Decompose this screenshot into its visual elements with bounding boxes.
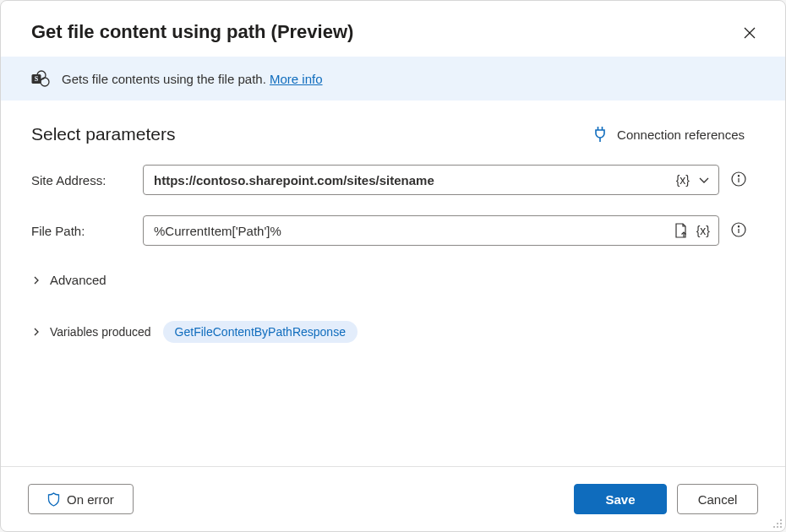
svg-point-3 [41, 78, 49, 86]
variables-produced-label[interactable]: Variables produced [50, 325, 151, 339]
more-info-link[interactable]: More info [270, 72, 323, 86]
site-address-info[interactable] [731, 171, 755, 189]
connection-references-label: Connection references [617, 128, 745, 142]
info-banner: S Gets file contents using the file path… [1, 57, 785, 100]
dropdown-button[interactable] [696, 172, 712, 187]
svg-point-16 [780, 519, 782, 521]
advanced-expander[interactable]: Advanced [31, 266, 755, 294]
dialog-content: Select parameters Connection references … [1, 100, 785, 466]
variable-chip[interactable]: GetFileContentByPathResponse [163, 321, 358, 343]
svg-point-18 [780, 523, 782, 524]
on-error-button[interactable]: On error [28, 484, 134, 514]
file-path-info[interactable] [731, 222, 755, 240]
file-picker-button[interactable] [673, 221, 690, 240]
sharepoint-icon: S [31, 70, 50, 87]
on-error-label: On error [67, 492, 114, 507]
site-address-label: Site Address: [31, 173, 131, 187]
svg-text:S: S [35, 75, 39, 83]
info-icon [731, 171, 746, 187]
chevron-right-icon[interactable] [31, 327, 41, 337]
plug-icon [593, 126, 607, 143]
cancel-button[interactable]: Cancel [677, 484, 758, 514]
file-path-input-wrapper[interactable]: {x} [143, 215, 719, 246]
file-arrow-icon [674, 223, 688, 238]
chevron-right-icon [31, 275, 41, 285]
save-button[interactable]: Save [574, 484, 667, 514]
svg-point-15 [738, 225, 739, 226]
svg-point-21 [780, 526, 782, 528]
info-icon [731, 222, 746, 237]
variable-token-button[interactable]: {x} [674, 171, 691, 188]
file-path-input[interactable] [154, 224, 668, 238]
close-button[interactable] [741, 24, 758, 41]
connection-references-link[interactable]: Connection references [593, 126, 755, 143]
shield-icon [47, 492, 60, 507]
file-path-row: File Path: {x} [31, 215, 755, 246]
site-address-input[interactable] [154, 173, 669, 187]
advanced-label: Advanced [50, 273, 106, 287]
svg-point-20 [777, 526, 778, 528]
variable-token-button[interactable]: {x} [695, 222, 712, 239]
section-title: Select parameters [31, 124, 175, 144]
file-path-label: File Path: [31, 224, 131, 238]
banner-text-container: Gets file contents using the file path. … [62, 72, 323, 86]
dialog-footer: On error Save Cancel [1, 466, 785, 531]
svg-point-11 [738, 175, 739, 176]
site-address-row: Site Address: {x} [31, 165, 755, 195]
save-label: Save [593, 492, 647, 507]
close-icon [744, 27, 756, 39]
resize-grip[interactable] [772, 518, 783, 529]
svg-point-17 [777, 523, 778, 524]
dialog-title: Get file content using path (Preview) [31, 21, 353, 43]
svg-point-19 [773, 526, 775, 528]
banner-text: Gets file contents using the file path. [62, 72, 270, 86]
variables-produced-row: Variables produced GetFileContentByPathR… [31, 314, 755, 350]
footer-right: Save Cancel [574, 484, 758, 514]
dialog-header: Get file content using path (Preview) [1, 1, 785, 57]
cancel-label: Cancel [698, 492, 738, 507]
dialog-container: Get file content using path (Preview) S … [0, 0, 786, 532]
site-address-input-wrapper[interactable]: {x} [143, 165, 719, 195]
chevron-down-icon [698, 174, 710, 186]
section-header: Select parameters Connection references [31, 124, 755, 144]
